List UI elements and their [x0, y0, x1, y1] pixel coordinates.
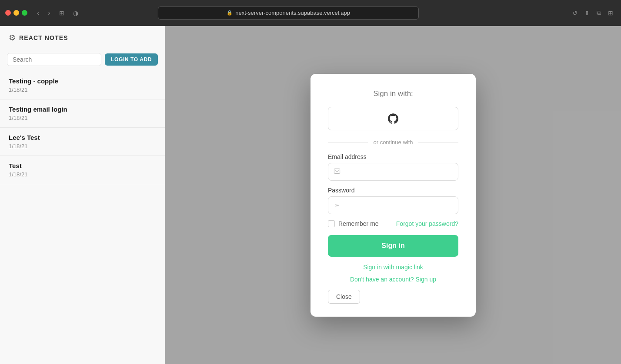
- logo-icon: ⚙: [9, 33, 16, 43]
- note-date-3: 1/18/21: [9, 143, 156, 149]
- sidebar: ⚙ REACT NOTES LOGIN TO ADD Testing - cop…: [0, 26, 165, 364]
- extensions-button[interactable]: ⊞: [605, 7, 616, 18]
- divider-text: or continue with: [373, 139, 413, 146]
- remember-left: Remember me: [328, 220, 379, 227]
- password-field[interactable]: [344, 202, 453, 208]
- github-icon: [388, 113, 398, 124]
- minimize-traffic-light[interactable]: [13, 10, 19, 16]
- forgot-password-link[interactable]: Forgot your password?: [396, 220, 458, 227]
- remember-checkbox[interactable]: [328, 220, 335, 227]
- password-label: Password: [328, 187, 458, 194]
- modal-overlay: Sign in with: or continue with Email add…: [165, 26, 621, 364]
- note-item-3[interactable]: Lee's Test 1/18/21: [0, 128, 165, 156]
- notes-list: Testing - copple 1/18/21 Testing email l…: [0, 71, 165, 364]
- password-input-wrapper: [328, 196, 458, 214]
- remember-label: Remember me: [338, 220, 379, 227]
- app-container: ⚙ REACT NOTES LOGIN TO ADD Testing - cop…: [0, 26, 621, 364]
- remember-row: Remember me Forgot your password?: [328, 220, 458, 227]
- note-title-4: Test: [9, 162, 156, 169]
- address-bar[interactable]: 🔒 next-server-components.supabase.vercel…: [158, 7, 419, 20]
- note-item-1[interactable]: Testing - copple 1/18/21: [0, 71, 165, 99]
- share-button[interactable]: ⬆: [582, 7, 592, 18]
- fullscreen-traffic-light[interactable]: [22, 10, 27, 16]
- note-title-2: Testing email login: [9, 106, 156, 113]
- brightness-button[interactable]: ◑: [70, 8, 81, 18]
- app-title: REACT NOTES: [19, 34, 68, 41]
- note-item-4[interactable]: Test 1/18/21: [0, 156, 165, 184]
- lock-icon: 🔒: [227, 10, 233, 16]
- svg-point-1: [335, 205, 337, 206]
- modal-title: Sign in with:: [328, 89, 458, 98]
- back-button[interactable]: ‹: [34, 7, 42, 19]
- browser-chrome: ‹ › ⊞ ◑ 🔒 next-server-components.supabas…: [0, 0, 621, 26]
- github-signin-button[interactable]: [328, 107, 458, 130]
- refresh-button[interactable]: ↺: [570, 7, 580, 18]
- email-icon: [334, 168, 341, 176]
- note-date-4: 1/18/21: [9, 171, 156, 178]
- browser-right-actions: ↺ ⬆ ⧉ ⊞: [570, 7, 616, 18]
- sign-in-modal: Sign in with: or continue with Email add…: [310, 74, 476, 317]
- svg-rect-0: [334, 169, 340, 173]
- window-layout-button[interactable]: ⊞: [57, 8, 67, 18]
- close-button[interactable]: Close: [328, 290, 360, 304]
- note-date-2: 1/18/21: [9, 115, 156, 121]
- note-title-1: Testing - copple: [9, 77, 156, 85]
- note-title-3: Lee's Test: [9, 134, 156, 141]
- close-traffic-light[interactable]: [5, 10, 11, 16]
- divider-row: or continue with: [328, 139, 458, 146]
- divider-line-left: [328, 142, 368, 142]
- password-icon: [334, 201, 341, 209]
- url-text: next-server-components.supabase.vercel.a…: [235, 10, 350, 16]
- divider-line-right: [418, 142, 458, 142]
- forward-button[interactable]: ›: [45, 7, 53, 19]
- note-date-1: 1/18/21: [9, 86, 156, 93]
- sidebar-header: ⚙ REACT NOTES: [0, 26, 165, 50]
- email-field[interactable]: [344, 168, 453, 175]
- tabs-button[interactable]: ⧉: [594, 7, 604, 18]
- main-content: to view something! Sign in with: or cont…: [165, 26, 621, 364]
- email-label: Email address: [328, 153, 458, 160]
- magic-link-button[interactable]: Sign in with magic link: [328, 264, 458, 271]
- search-area: LOGIN TO ADD: [0, 50, 165, 71]
- email-input-wrapper: [328, 163, 458, 181]
- note-item-2[interactable]: Testing email login 1/18/21: [0, 99, 165, 128]
- traffic-lights: [5, 10, 27, 16]
- search-input[interactable]: [7, 53, 101, 66]
- signup-link[interactable]: Don't have an account? Sign up: [328, 276, 458, 283]
- sign-in-button[interactable]: Sign in: [328, 235, 458, 257]
- login-to-add-button[interactable]: LOGIN TO ADD: [105, 53, 158, 66]
